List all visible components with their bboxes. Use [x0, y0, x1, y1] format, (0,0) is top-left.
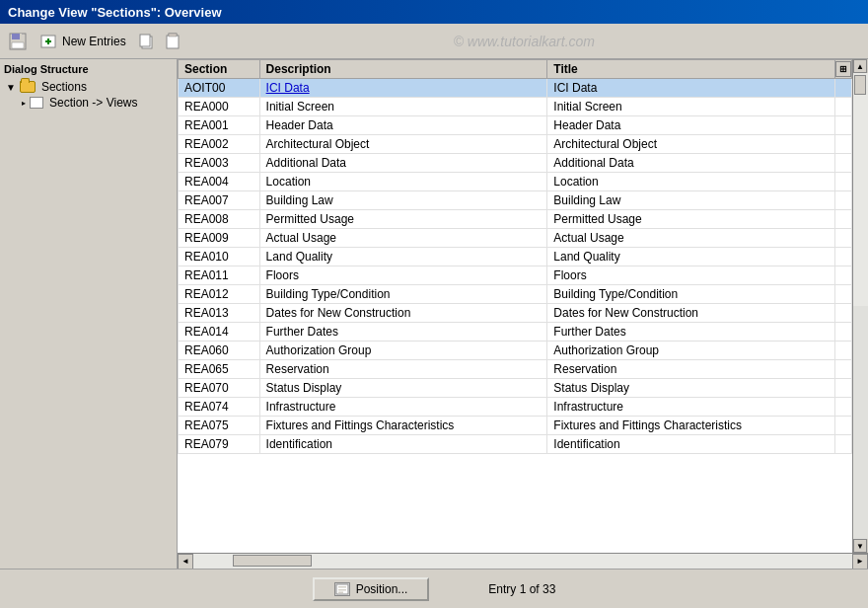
sidebar-title: Dialog Structure	[4, 63, 173, 75]
table-row[interactable]: REA079IdentificationIdentification	[179, 435, 852, 454]
position-button[interactable]: Position...	[313, 577, 430, 601]
position-icon	[334, 582, 350, 596]
cell-description: Fixtures and Fittings Characteristics	[259, 417, 547, 435]
table-row[interactable]: REA011FloorsFloors	[179, 266, 852, 285]
position-button-label: Position...	[356, 582, 408, 596]
cell-description: Status Display	[259, 379, 547, 398]
scroll-thumb[interactable]	[854, 75, 866, 95]
cell-section: REA075	[179, 417, 260, 435]
table-container[interactable]: Section Description Title ⊞ AOIT00ICI Da…	[178, 59, 852, 553]
svg-rect-2	[12, 42, 24, 48]
table-row[interactable]: REA013Dates for New ConstructionDates fo…	[179, 304, 852, 323]
table-row[interactable]: REA009Actual UsageActual Usage	[179, 229, 852, 248]
cell-section: REA010	[179, 248, 260, 266]
cell-empty	[835, 79, 852, 98]
table-row[interactable]: REA002Architectural ObjectArchitectural …	[179, 135, 852, 154]
cell-title: Infrastructure	[547, 398, 835, 417]
scroll-left-btn[interactable]: ◄	[178, 554, 193, 570]
data-table: Section Description Title ⊞ AOIT00ICI Da…	[178, 59, 852, 454]
cell-description: Permitted Usage	[259, 210, 547, 229]
cell-section: REA060	[179, 342, 260, 360]
cell-description: Floors	[259, 266, 547, 285]
cell-title: Further Dates	[547, 323, 835, 342]
cell-title: Permitted Usage	[547, 210, 835, 229]
cell-empty	[835, 304, 852, 323]
copy-icon[interactable]	[137, 32, 157, 51]
cell-description: Initial Screen	[259, 98, 547, 116]
table-row[interactable]: REA070Status DisplayStatus Display	[179, 379, 852, 398]
sidebar-section-views-label: Section -> Views	[49, 96, 138, 110]
table-row[interactable]: REA010Land QualityLand Quality	[179, 248, 852, 266]
paste-icon[interactable]	[163, 32, 182, 51]
h-scroll-thumb[interactable]	[233, 555, 312, 567]
cell-description: Infrastructure	[259, 398, 547, 417]
svg-rect-3	[20, 34, 22, 38]
cell-section: REA004	[179, 173, 260, 191]
new-entries-button[interactable]: New Entries	[34, 29, 131, 54]
new-entries-label: New Entries	[62, 35, 126, 48]
table-row[interactable]: REA008Permitted UsagePermitted Usage	[179, 210, 852, 229]
title-bar: Change View "Sections": Overview	[0, 0, 868, 24]
scroll-up-btn[interactable]: ▲	[853, 59, 867, 73]
cell-section: REA079	[179, 435, 260, 454]
sidebar-item-sections[interactable]: ▼ Sections	[4, 79, 173, 95]
svg-rect-8	[140, 35, 150, 46]
cell-description: Header Data	[259, 116, 547, 135]
table-row[interactable]: REA001Header DataHeader Data	[179, 116, 852, 135]
cell-section: REA074	[179, 398, 260, 417]
table-row[interactable]: REA075Fixtures and Fittings Characterist…	[179, 417, 852, 435]
table-row[interactable]: REA000Initial ScreenInitial Screen	[179, 98, 852, 116]
scroll-right-btn[interactable]: ►	[852, 554, 868, 570]
svg-rect-14	[338, 589, 346, 591]
cell-title: Actual Usage	[547, 229, 835, 248]
col-section: Section	[179, 60, 260, 79]
cell-description: Reservation	[259, 360, 547, 379]
h-scroll-track	[193, 554, 852, 569]
cell-title: Building Law	[547, 191, 835, 210]
cell-empty	[835, 417, 852, 435]
table-row[interactable]: REA004LocationLocation	[179, 173, 852, 191]
save-icon[interactable]	[8, 32, 28, 51]
cell-empty	[835, 342, 852, 360]
cell-title: Building Type/Condition	[547, 285, 835, 304]
cell-description: Land Quality	[259, 248, 547, 266]
scroll-track	[853, 73, 868, 306]
cell-description: Additional Data	[259, 154, 547, 173]
entry-info: Entry 1 of 33	[488, 582, 555, 596]
sidebar: Dialog Structure ▼ Sections ▸ Section ->…	[0, 59, 178, 569]
table-row[interactable]: REA074InfrastructureInfrastructure	[179, 398, 852, 417]
sidebar-item-section-views[interactable]: ▸ Section -> Views	[20, 95, 173, 111]
cell-description: Dates for New Construction	[259, 304, 547, 323]
leaf-arrow: ▸	[22, 99, 26, 108]
table-row[interactable]: REA065ReservationReservation	[179, 360, 852, 379]
sidebar-sections-label: Sections	[41, 80, 87, 94]
cell-section: REA008	[179, 210, 260, 229]
col-settings[interactable]: ⊞	[835, 60, 852, 79]
expand-arrow: ▼	[6, 82, 16, 93]
table-settings-icon[interactable]: ⊞	[835, 61, 851, 77]
cell-title: Additional Data	[547, 154, 835, 173]
table-row[interactable]: AOIT00ICI DataICI Data	[179, 79, 852, 98]
page-icon	[30, 97, 43, 109]
cell-title: Floors	[547, 266, 835, 285]
table-row[interactable]: REA014Further DatesFurther Dates	[179, 323, 852, 342]
cell-empty	[835, 116, 852, 135]
scroll-down-btn[interactable]: ▼	[853, 539, 867, 553]
folder-icon	[20, 81, 36, 93]
table-row[interactable]: REA007Building LawBuilding Law	[179, 191, 852, 210]
cell-title: Status Display	[547, 379, 835, 398]
cell-description: Identification	[259, 435, 547, 454]
svg-rect-10	[167, 36, 179, 48]
cell-empty	[835, 435, 852, 454]
main-area: Dialog Structure ▼ Sections ▸ Section ->…	[0, 59, 868, 569]
cell-description: Building Type/Condition	[259, 285, 547, 304]
table-row[interactable]: REA060Authorization GroupAuthorization G…	[179, 342, 852, 360]
horizontal-scrollbar[interactable]: ◄ ►	[178, 553, 868, 569]
cell-description: Architectural Object	[259, 135, 547, 154]
table-row[interactable]: REA003Additional DataAdditional Data	[179, 154, 852, 173]
vertical-scrollbar[interactable]: ▲ ▼	[852, 59, 868, 553]
table-row[interactable]: REA012Building Type/ConditionBuilding Ty…	[179, 285, 852, 304]
toolbar: New Entries © www.tutorialkart.com	[0, 24, 868, 59]
cell-description[interactable]: ICI Data	[259, 79, 547, 98]
cell-empty	[835, 398, 852, 417]
